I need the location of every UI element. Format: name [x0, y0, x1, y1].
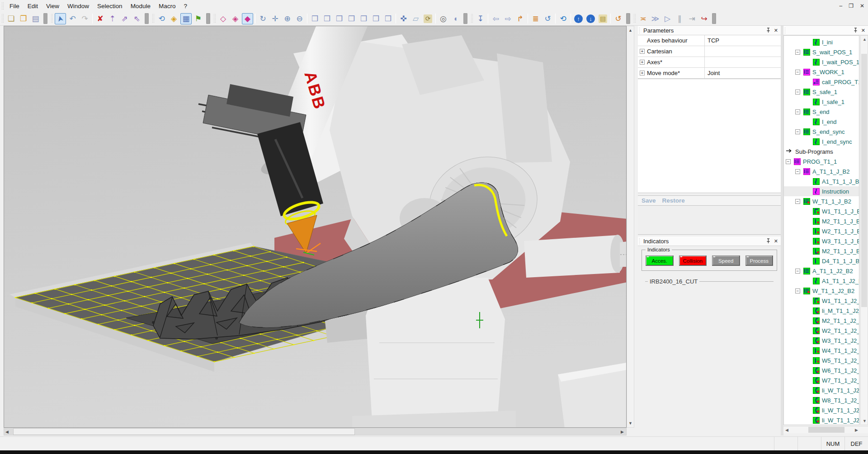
collapse-icon[interactable]: − — [795, 70, 800, 75]
scroll-right-icon[interactable]: ▶ — [621, 430, 624, 434]
zoom-in-button[interactable]: ⊕ — [282, 13, 293, 24]
clip-plane-button[interactable]: ▱ — [410, 13, 421, 24]
step-back-button[interactable]: ⇦ — [490, 13, 501, 24]
goto-operation-button[interactable]: ↱ — [514, 13, 526, 24]
save-file-button[interactable]: ▤ — [30, 13, 41, 24]
tree-item[interactable]: −S_safe_1 — [784, 87, 859, 97]
view-normal-button[interactable]: ◖ — [450, 13, 461, 24]
tree-item[interactable]: A1_T1_1_J2_B2 — [784, 276, 859, 286]
tree-item[interactable]: W1_T1_1_J_B2 — [784, 206, 859, 216]
indicator-speed[interactable]: Speed — [712, 255, 740, 266]
menu-module[interactable]: Module — [127, 1, 155, 11]
machine-rotate-button[interactable]: ⟲ — [156, 13, 167, 24]
refresh-view-button[interactable]: ⟳ — [422, 13, 434, 24]
tree-item[interactable]: M2_T1_1_J_B3 — [784, 246, 859, 256]
tree-item[interactable]: Instruction — [784, 186, 859, 196]
tree-item[interactable]: M2_T1_1_J2_B2 — [784, 316, 859, 326]
tree-item[interactable]: I_end — [784, 117, 859, 127]
collapse-icon[interactable]: − — [786, 159, 791, 164]
indicator-collision[interactable]: Collision — [679, 255, 707, 266]
tree-item[interactable]: −A_T1_1_J2_B2 — [784, 266, 859, 276]
center-of-rotation-button[interactable]: ◎ — [438, 13, 449, 24]
collapse-icon[interactable]: − — [795, 90, 800, 95]
tree-item[interactable]: W3_T1_1_J_B2 — [784, 236, 859, 246]
tree-item[interactable]: W6_T1_1_J2_B2 — [784, 365, 859, 375]
tree-item[interactable]: W3_T1_1_J2_B2 — [784, 336, 859, 345]
fit-all-button[interactable]: ✜ — [398, 13, 409, 24]
tree-item[interactable]: Sub-Programs — [784, 147, 859, 156]
view-back-button[interactable]: ❒ — [334, 13, 345, 24]
tree-hscrollbar[interactable]: ◀ ▶ — [783, 426, 868, 433]
regenerate-button[interactable]: ⟲ — [557, 13, 569, 24]
collapse-icon[interactable]: − — [795, 169, 800, 174]
tree-item[interactable]: I_safe_1 — [784, 97, 859, 107]
move-up-button[interactable]: ↑ — [573, 13, 584, 24]
tree-item[interactable]: li_W_T1_1_J2_B2 — [784, 405, 859, 415]
tree-item[interactable]: W4_T1_1_J2_B2 — [784, 345, 859, 355]
hidden-line-mode-button[interactable]: ◈ — [230, 13, 241, 24]
tree-item[interactable]: −PROG_T1_1 — [784, 156, 859, 166]
menu-edit[interactable]: Edit — [24, 1, 42, 11]
expand-icon[interactable]: + — [640, 49, 645, 54]
scroll-thumb[interactable] — [808, 427, 844, 433]
new-file-button[interactable]: ❏ — [5, 13, 17, 24]
simulate-pause-button[interactable]: ∥ — [674, 13, 685, 24]
delete-point-button[interactable]: ✘ — [94, 13, 106, 24]
scroll-up-icon[interactable]: ▲ — [628, 26, 632, 34]
tree-item[interactable]: W2_T1_1_J_B2 — [784, 226, 859, 236]
collapse-icon[interactable]: − — [795, 199, 800, 204]
machining-grid-button[interactable]: ▦ — [180, 13, 192, 24]
collapse-icon[interactable]: − — [795, 288, 800, 293]
redo-button[interactable]: ↷ — [79, 13, 90, 24]
tree-item[interactable]: M2_T1_1_J_B2 — [784, 216, 859, 226]
cad-plane-button[interactable]: ◈ — [168, 13, 179, 24]
tree-item[interactable]: D4_T1_1_J_B2 — [784, 256, 859, 266]
tree-item[interactable]: W5_T1_1_J2_B2 — [784, 355, 859, 365]
tree-vscrollbar[interactable]: ▲ ▼ — [860, 35, 868, 425]
scroll-down-icon[interactable]: ▼ — [863, 419, 867, 423]
tree-item[interactable]: li_M_T1_1_J2_B2 — [784, 306, 859, 316]
tree-item[interactable]: li_W_T1_1_J2_B2 — [784, 415, 859, 425]
tree-item[interactable]: I_end_sync — [784, 137, 859, 147]
expand-icon[interactable]: + — [640, 60, 645, 65]
simulate-reset-button[interactable]: ↪ — [698, 13, 710, 24]
move-down-button[interactable]: ↓ — [585, 13, 596, 24]
free-move-button[interactable]: ⇖ — [131, 13, 142, 24]
undo-button[interactable]: ↶ — [67, 13, 78, 24]
set-stock-level-button[interactable]: ↧ — [475, 13, 486, 24]
collapse-icon[interactable]: − — [795, 129, 800, 134]
tree-item[interactable]: W2_T1_1_J2_B2 — [784, 326, 859, 336]
parameter-value[interactable] — [705, 46, 781, 57]
collapse-icon[interactable]: − — [795, 50, 800, 55]
pin-icon[interactable] — [766, 238, 770, 244]
parameter-value[interactable] — [705, 57, 781, 67]
menu-window[interactable]: Window — [63, 1, 93, 11]
menu-macro[interactable]: Macro — [155, 1, 180, 11]
rotate-axis-button[interactable]: ⇗ — [119, 13, 130, 24]
collision-check-button[interactable]: ≍ — [637, 13, 649, 24]
scroll-up-icon[interactable]: ▲ — [863, 37, 867, 42]
view-front-button[interactable]: ❒ — [321, 13, 333, 24]
shaded-mode-button[interactable]: ◆ — [242, 13, 253, 24]
rotate-view-button[interactable]: ↻ — [257, 13, 269, 24]
scroll-right-icon[interactable]: ▶ — [855, 428, 858, 432]
close-icon[interactable]: ✕ — [774, 238, 778, 244]
simulate-fast-button[interactable]: ≫ — [650, 13, 661, 24]
save-button[interactable]: Save — [642, 197, 656, 204]
coord-system-xyz-button[interactable]: ↺ — [542, 13, 553, 24]
scroll-left-icon[interactable]: ◀ — [785, 428, 788, 432]
viewport-vscrollbar[interactable]: ▲ ▼ — [627, 26, 634, 428]
collapse-icon[interactable]: − — [795, 269, 800, 274]
tree-item[interactable]: call_PROG_T1_1 — [784, 77, 859, 87]
menu-view[interactable]: View — [42, 1, 63, 11]
collapse-icon[interactable]: − — [795, 109, 800, 114]
tree-item[interactable]: W7_T1_1_J2_B2 — [784, 375, 859, 385]
tree-item[interactable]: W1_T1_1_J2_B2 — [784, 296, 859, 306]
pin-icon[interactable] — [766, 28, 770, 33]
view-top-button[interactable]: ❒ — [370, 13, 382, 24]
simulate-to-end-button[interactable]: ⇥ — [686, 13, 698, 24]
select-cursor-button[interactable]: ➤ — [55, 13, 66, 24]
pan-view-button[interactable]: ✛ — [269, 13, 281, 24]
simulate-play-button[interactable]: ▷ — [662, 13, 673, 24]
parameter-value[interactable]: Joint — [705, 68, 781, 78]
